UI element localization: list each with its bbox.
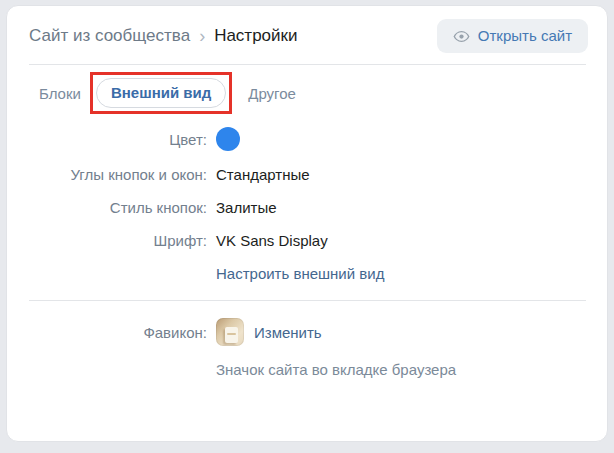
settings-card: Сайт из сообщества Настройки Открыть сай…: [6, 5, 608, 442]
color-label: Цвет:: [7, 131, 207, 148]
favicon-label: Фавикон:: [7, 324, 207, 341]
open-site-button-label: Открыть сайт: [478, 27, 572, 45]
tab-other[interactable]: Другое: [248, 85, 296, 102]
corners-row: Углы кнопок и окон: Стандартные: [7, 164, 607, 184]
breadcrumb-site-link[interactable]: Сайт из сообщества: [29, 26, 190, 46]
color-swatch[interactable]: [216, 127, 240, 151]
customize-row: Настроить внешний вид: [7, 263, 607, 283]
open-site-button[interactable]: Открыть сайт: [437, 19, 588, 53]
font-row: Шрифт: VK Sans Display: [7, 230, 607, 250]
corners-label: Углы кнопок и окон:: [7, 166, 207, 183]
tab-appearance[interactable]: Внешний вид: [96, 78, 226, 108]
tabs-bar: Блоки Внешний вид Другое: [7, 65, 607, 114]
section-divider: [29, 300, 586, 301]
button-style-value[interactable]: Залитые: [216, 199, 277, 216]
page-title: Настройки: [214, 26, 297, 46]
chevron-right-icon: [199, 27, 205, 45]
red-highlight-annotation: Внешний вид: [90, 72, 232, 114]
font-value[interactable]: VK Sans Display: [216, 232, 328, 249]
eye-icon: [453, 28, 470, 45]
color-row: Цвет:: [7, 127, 607, 151]
favicon-row: Фавикон: Изменить: [7, 318, 607, 346]
appearance-form: Цвет: Углы кнопок и окон: Стандартные Ст…: [7, 127, 607, 379]
favicon-hint-row: Значок сайта во вкладке браузера: [7, 359, 607, 379]
favicon-hint: Значок сайта во вкладке браузера: [216, 361, 456, 378]
favicon-thumbnail[interactable]: [216, 318, 244, 346]
corners-value[interactable]: Стандартные: [216, 166, 310, 183]
breadcrumb: Сайт из сообщества Настройки: [29, 26, 297, 46]
favicon-change-link[interactable]: Изменить: [254, 324, 322, 341]
tab-blocks[interactable]: Блоки: [39, 85, 81, 102]
favicon-value: Изменить: [216, 318, 322, 346]
customize-appearance-link[interactable]: Настроить внешний вид: [216, 265, 384, 282]
header: Сайт из сообщества Настройки Открыть сай…: [7, 6, 607, 64]
button-style-row: Стиль кнопок: Залитые: [7, 197, 607, 217]
button-style-label: Стиль кнопок:: [7, 199, 207, 216]
font-label: Шрифт:: [7, 232, 207, 249]
